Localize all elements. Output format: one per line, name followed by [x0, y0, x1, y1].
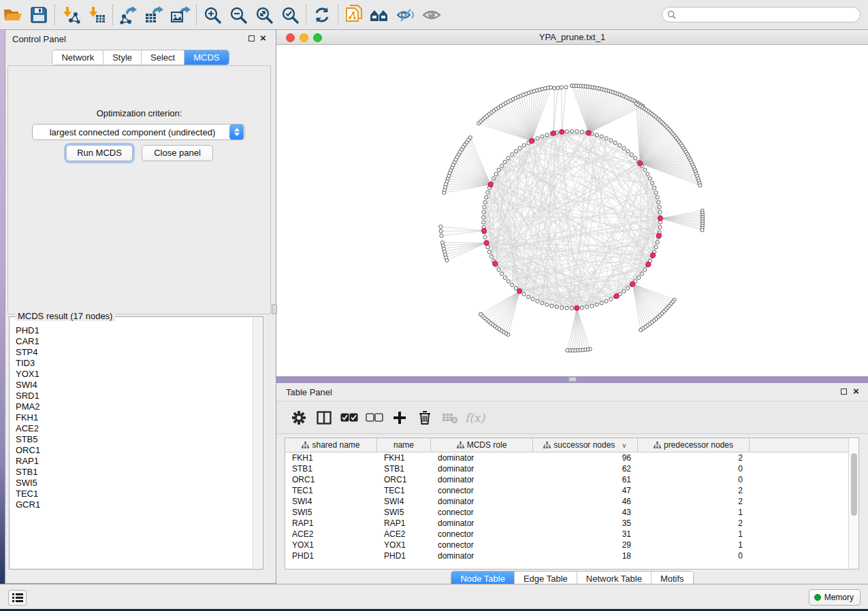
- mcds-result-item[interactable]: RAP1: [16, 456, 253, 467]
- mcds-result-item[interactable]: SWI5: [16, 478, 253, 489]
- search-network-icon[interactable]: [367, 3, 393, 27]
- control-panel: Control Panel × NetworkStyleSelectMCDS O…: [5, 30, 276, 584]
- tab-select[interactable]: Select: [142, 50, 184, 65]
- mcds-result-item[interactable]: FKH1: [16, 412, 253, 423]
- save-icon[interactable]: [26, 3, 52, 27]
- vertical-splitter-handle[interactable]: [272, 304, 277, 314]
- export-table-icon[interactable]: [142, 3, 167, 27]
- zoom-out-icon[interactable]: [225, 3, 251, 27]
- mcds-result-item[interactable]: TEC1: [16, 489, 253, 499]
- mcds-result-item[interactable]: CAR1: [16, 336, 253, 347]
- mcds-result-item[interactable]: YOX1: [16, 369, 253, 380]
- horizontal-splitter-handle[interactable]: [568, 377, 577, 382]
- cell-successor_nodes: 35: [533, 518, 638, 528]
- trash-icon[interactable]: [412, 406, 437, 430]
- column-header-name[interactable]: name: [377, 438, 431, 452]
- mcds-result-item[interactable]: STB1: [16, 467, 253, 478]
- mcds-tab-content: Optimization criterion: largest connecte…: [7, 65, 271, 314]
- eye-icon[interactable]: [419, 3, 445, 27]
- column-header-predecessor_nodes[interactable]: predecessor nodes: [638, 438, 750, 452]
- select-all-icon[interactable]: [336, 406, 361, 430]
- columns-icon[interactable]: [311, 406, 336, 430]
- column-header-label: successor nodes: [553, 440, 615, 450]
- cell-successor_nodes: 29: [533, 540, 638, 550]
- mcds-result-item[interactable]: ACE2: [16, 423, 253, 434]
- search-icon: [667, 10, 676, 19]
- network-graph: [276, 45, 868, 376]
- share-document-icon[interactable]: [341, 3, 367, 27]
- table-row[interactable]: PHD1PHD1dominator180: [285, 550, 848, 561]
- zoom-fit-icon[interactable]: [251, 3, 277, 27]
- zoom-selected-icon[interactable]: [277, 3, 303, 27]
- open-folder-icon[interactable]: [0, 3, 26, 27]
- control-panel-title: Control Panel: [12, 34, 66, 44]
- hide-annotations-icon[interactable]: [393, 3, 419, 27]
- search-input[interactable]: [679, 10, 850, 20]
- mcds-result-list[interactable]: PHD1CAR1STP4TID3YOX1SWI4SRD1PMA2FKH1ACE2…: [10, 320, 253, 568]
- mcds-result-item[interactable]: ORC1: [16, 445, 253, 456]
- delete-table-icon[interactable]: [437, 406, 462, 430]
- memory-button[interactable]: Memory: [809, 589, 861, 606]
- column-header-successor_nodes[interactable]: successor nodes∨: [533, 438, 638, 452]
- mcds-result-item[interactable]: SRD1: [16, 391, 253, 401]
- cell-successor_nodes: 96: [533, 453, 638, 463]
- refresh-icon[interactable]: [309, 3, 335, 27]
- tab-mcds[interactable]: MCDS: [184, 50, 228, 65]
- mcds-result-scrollbar[interactable]: [253, 318, 262, 568]
- table-row[interactable]: TEC1TEC1connector472: [285, 485, 848, 496]
- mcds-result-item[interactable]: PMA2: [16, 401, 253, 412]
- cell-shared_name: ORC1: [285, 475, 377, 484]
- import-network-icon[interactable]: [58, 3, 84, 27]
- float-window-icon[interactable]: [841, 389, 847, 395]
- search-field[interactable]: [662, 7, 861, 22]
- tab-network[interactable]: Network: [52, 50, 103, 65]
- cell-mcds_role: connector: [431, 540, 533, 550]
- network-window-title: YPA_prune.txt_1: [276, 32, 868, 42]
- run-mcds-button[interactable]: Run MCDS: [66, 145, 133, 161]
- node-table: shared namenameMCDS rolesuccessor nodes∨…: [285, 437, 859, 569]
- table-row[interactable]: RAP1RAP1dominator352: [285, 518, 848, 529]
- table-row[interactable]: FKH1FKH1dominator962: [285, 452, 848, 463]
- network-window-titlebar[interactable]: YPA_prune.txt_1: [276, 30, 868, 45]
- table-row[interactable]: SWI5SWI5connector431: [285, 507, 848, 518]
- close-icon[interactable]: ×: [853, 386, 859, 397]
- mcds-result-item[interactable]: STP4: [16, 347, 253, 358]
- gear-icon[interactable]: [286, 406, 311, 430]
- close-panel-button[interactable]: Close panel: [142, 145, 213, 161]
- cell-name: FKH1: [377, 453, 431, 463]
- export-network-icon[interactable]: [116, 3, 142, 27]
- mcds-result-item[interactable]: SWI4: [16, 380, 253, 391]
- float-window-icon[interactable]: [248, 35, 255, 42]
- table-row[interactable]: ORC1ORC1dominator610: [285, 474, 848, 485]
- table-row[interactable]: STB1STB1dominator620: [285, 463, 848, 474]
- close-icon[interactable]: ×: [260, 33, 266, 44]
- node-table-header: shared namenameMCDS rolesuccessor nodes∨…: [285, 438, 848, 452]
- table-row[interactable]: YOX1YOX1connector291: [285, 540, 848, 550]
- add-column-icon[interactable]: [387, 406, 412, 430]
- export-image-icon[interactable]: [167, 3, 193, 27]
- function-builder-icon[interactable]: f(x): [462, 406, 487, 430]
- optimization-criterion-select[interactable]: largest connected component (undirected): [32, 124, 245, 140]
- mcds-result-item[interactable]: PHD1: [16, 325, 253, 336]
- column-header-shared_name[interactable]: shared name: [285, 438, 377, 452]
- node-table-scrollbar[interactable]: [848, 438, 858, 569]
- mcds-result-item[interactable]: TID3: [16, 358, 253, 369]
- table-row[interactable]: SWI4SWI4dominator462: [285, 496, 848, 507]
- table-toolbar: f(x): [276, 401, 868, 434]
- scrollbar-thumb[interactable]: [851, 453, 857, 516]
- cell-predecessor_nodes: 2: [638, 453, 750, 463]
- network-canvas[interactable]: [276, 45, 868, 376]
- optimization-criterion-value: largest connected component (undirected): [33, 127, 229, 137]
- mcds-result-item[interactable]: GCR1: [16, 499, 253, 510]
- table-row[interactable]: ACE2ACE2connector311: [285, 529, 848, 540]
- mcds-result-item[interactable]: STB5: [16, 434, 253, 445]
- column-header-mcds_role[interactable]: MCDS role: [431, 438, 533, 452]
- tab-style[interactable]: Style: [103, 50, 142, 65]
- cell-successor_nodes: 47: [533, 486, 638, 495]
- zoom-in-icon[interactable]: [199, 3, 225, 27]
- import-table-icon[interactable]: [84, 3, 110, 27]
- task-history-button[interactable]: [8, 590, 27, 606]
- deselect-all-icon[interactable]: [361, 406, 387, 430]
- cell-name: SWI5: [377, 508, 431, 517]
- cell-shared_name: PHD1: [285, 551, 377, 561]
